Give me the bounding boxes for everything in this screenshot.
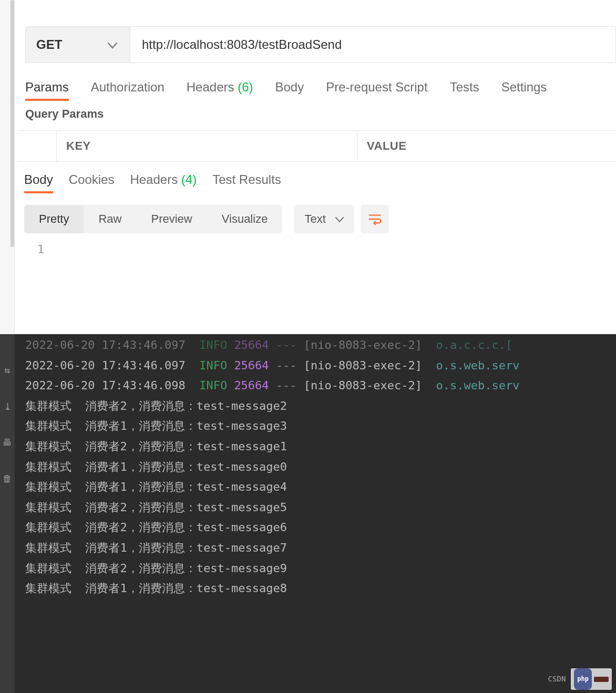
request-title-truncated xyxy=(18,0,616,5)
pretty-button[interactable]: Pretty xyxy=(24,205,84,233)
method-label: GET xyxy=(36,37,62,52)
console-message-row: 集群模式 消费者2，消费消息：test-message9 xyxy=(25,558,616,579)
chevron-down-icon xyxy=(108,37,117,52)
console-sidebar-icon-3[interactable]: 🖶 xyxy=(3,432,12,453)
console-sidebar-icon-4[interactable]: 🗑 xyxy=(3,469,12,489)
resp-tab-cookies[interactable]: Cookies xyxy=(69,172,115,193)
console-log-row: 2022-06-20 17:43:46.098 INFO 25664 --- [… xyxy=(25,376,616,396)
console-message-row: 集群模式 消费者1，消费消息：test-message3 xyxy=(25,416,616,437)
visualize-button[interactable]: Visualize xyxy=(207,205,283,233)
console-message-row: 集群模式 消费者1，消费消息：test-message4 xyxy=(25,477,616,498)
response-body-line[interactable]: 1 xyxy=(18,243,616,256)
query-params-label: Query Params xyxy=(25,107,616,121)
content-type-label: Text xyxy=(304,212,325,226)
left-gutter xyxy=(0,0,15,336)
key-header: KEY xyxy=(57,131,357,161)
left-gutter-bar xyxy=(11,0,14,247)
watermark-text: CSDN xyxy=(548,669,566,689)
wrap-lines-button[interactable] xyxy=(361,205,389,233)
console-message-row: 集群模式 消费者2，消费消息：test-message1 xyxy=(25,437,616,457)
url-text: http://localhost:8083/testBroadSend xyxy=(142,37,342,52)
tab-headers[interactable]: Headers (6) xyxy=(187,80,253,95)
request-row: GET http://localhost:8083/testBroadSend xyxy=(25,26,616,63)
tab-authorization[interactable]: Authorization xyxy=(91,80,165,95)
tab-headers-label: Headers xyxy=(187,80,234,94)
console-log-lines: 2022-06-20 17:43:46.097 INFO 25664 --- [… xyxy=(25,335,616,599)
tab-params[interactable]: Params xyxy=(25,80,69,101)
tab-body[interactable]: Body xyxy=(275,80,304,95)
url-input[interactable]: http://localhost:8083/testBroadSend xyxy=(130,26,616,63)
tab-prerequest[interactable]: Pre-request Script xyxy=(326,80,427,95)
resp-tab-testresults[interactable]: Test Results xyxy=(212,172,281,193)
console-sidebar: ⇆ ⤓ 🖶 🗑 xyxy=(0,334,15,693)
line-number: 1 xyxy=(18,243,56,256)
console-message-row: 集群模式 消费者1，消费消息：test-message7 xyxy=(25,538,616,558)
console-panel: ⇆ ⤓ 🖶 🗑 2022-06-20 17:43:46.097 INFO 256… xyxy=(0,334,616,693)
console-message-row: 集群模式 消费者2，消费消息：test-message2 xyxy=(25,396,616,417)
response-tabs: Body Cookies Headers (4) Test Results xyxy=(18,172,616,193)
php-bar-icon xyxy=(594,677,609,682)
preview-button[interactable]: Preview xyxy=(136,205,207,233)
tab-tests[interactable]: Tests xyxy=(450,80,479,95)
method-dropdown[interactable]: GET xyxy=(25,26,130,63)
resp-tab-headers[interactable]: Headers (4) xyxy=(130,172,197,193)
console-sidebar-icon-2[interactable]: ⤓ xyxy=(4,397,12,417)
request-tabs: Params Authorization Headers (6) Body Pr… xyxy=(25,80,616,100)
response-toolbar: Pretty Raw Preview Visualize Text xyxy=(24,205,616,233)
console-log-row: 2022-06-20 17:43:46.097 INFO 25664 --- [… xyxy=(25,356,616,376)
raw-button[interactable]: Raw xyxy=(84,205,136,233)
resp-tab-headers-label: Headers xyxy=(130,172,178,187)
php-badge: php xyxy=(571,668,612,690)
query-params-header-row: KEY VALUE xyxy=(18,130,616,162)
resp-headers-count: (4) xyxy=(181,172,197,187)
console-sidebar-icon-1[interactable]: ⇆ xyxy=(5,360,11,381)
console-message-row: 集群模式 消费者1，消费消息：test-message8 xyxy=(25,578,616,599)
content-type-dropdown[interactable]: Text xyxy=(294,205,354,233)
console-message-row: 集群模式 消费者2，消费消息：test-message5 xyxy=(25,498,616,518)
watermark: CSDN php xyxy=(548,668,612,690)
resp-tab-body[interactable]: Body xyxy=(24,172,53,193)
php-label: php xyxy=(574,668,592,690)
postman-panel: GET http://localhost:8083/testBroadSend … xyxy=(18,0,616,256)
tab-settings[interactable]: Settings xyxy=(501,80,547,95)
console-message-row: 集群模式 消费者2，消费消息：test-message6 xyxy=(25,518,616,538)
wrap-icon xyxy=(368,213,382,225)
value-header: VALUE xyxy=(357,131,616,161)
view-mode-segment: Pretty Raw Preview Visualize xyxy=(24,205,282,233)
console-log-row: 2022-06-20 17:43:46.097 INFO 25664 --- [… xyxy=(25,335,616,356)
chevron-down-icon xyxy=(335,212,344,226)
query-params-gutter xyxy=(18,131,57,161)
console-message-row: 集群模式 消费者1，消费消息：test-message0 xyxy=(25,457,616,478)
headers-count: (6) xyxy=(238,80,253,94)
